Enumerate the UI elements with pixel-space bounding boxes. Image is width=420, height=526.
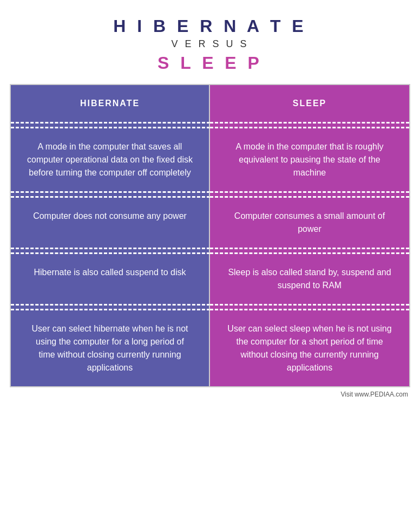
comparison-table: HIBERNATE SLEEP A mode in the computer t…: [10, 84, 410, 387]
cell-sleep-2: Computer consumes a small amount of powe…: [210, 198, 409, 248]
table-row-1: A mode in the computer that saves all co…: [11, 128, 409, 191]
divider-3: [11, 304, 409, 310]
title-section: H I B E R N A T E V E R S U S S L E E P: [113, 16, 306, 73]
table-row-4: User can select hibernate when he is not…: [11, 310, 409, 386]
cell-hibernate-4: User can select hibernate when he is not…: [11, 310, 210, 386]
cell-hibernate-3: Hibernate is also called suspend to disk: [11, 254, 210, 304]
table-row-2: Computer does not consume any power Comp…: [11, 198, 409, 248]
hibernate-header: HIBERNATE: [11, 85, 210, 122]
title-versus: V E R S U S: [113, 38, 306, 50]
footer-text: Visit www.PEDIAA.com: [10, 391, 410, 398]
table-header-row: HIBERNATE SLEEP: [11, 85, 409, 122]
title-hibernate: H I B E R N A T E: [113, 16, 306, 36]
divider-1: [11, 191, 409, 198]
divider-2: [11, 248, 409, 254]
sleep-header: SLEEP: [210, 85, 409, 122]
divider-0: [11, 122, 409, 128]
table-row-3: Hibernate is also called suspend to disk…: [11, 254, 409, 304]
cell-sleep-1: A mode in the computer that is roughly e…: [210, 128, 409, 191]
cell-sleep-4: User can select sleep when he is not usi…: [210, 310, 409, 386]
cell-hibernate-2: Computer does not consume any power: [11, 198, 210, 248]
cell-sleep-3: Sleep is also called stand by, suspend a…: [210, 254, 409, 304]
title-sleep: S L E E P: [113, 53, 306, 73]
cell-hibernate-1: A mode in the computer that saves all co…: [11, 128, 210, 191]
